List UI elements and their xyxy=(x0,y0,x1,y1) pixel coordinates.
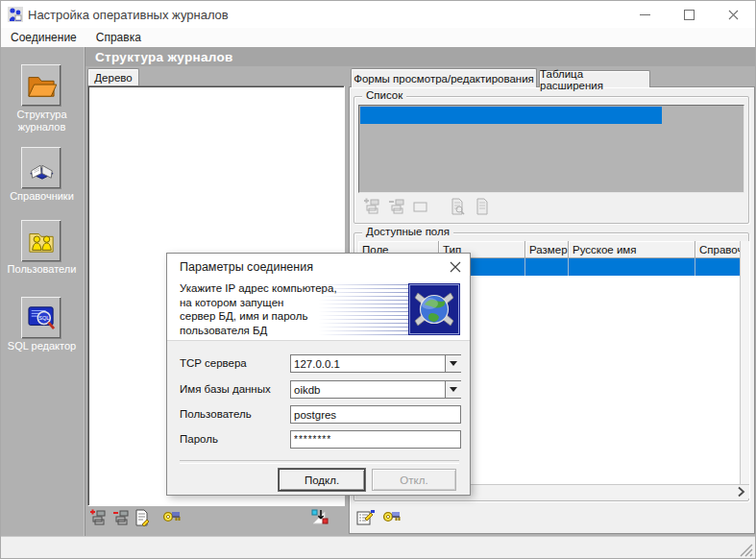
dialog-separator xyxy=(180,460,459,464)
journal-structure-folder-icon xyxy=(26,72,57,99)
title-bar: Настройка оперативных журналов xyxy=(1,1,755,28)
list-toolbar xyxy=(361,198,492,215)
tab-extension-table[interactable]: Таблица расширения xyxy=(539,70,650,87)
list-preview-button[interactable] xyxy=(448,198,467,215)
tab-extension-table-label: Таблица расширения xyxy=(540,68,649,91)
tab-tree[interactable]: Дерево xyxy=(87,68,139,86)
fields-table-vscrollbar[interactable] xyxy=(740,241,749,484)
chevron-down-icon xyxy=(450,361,457,366)
column-header-rusname[interactable]: Русское имя xyxy=(569,241,695,258)
field-properties-icon xyxy=(356,509,376,526)
menu-help[interactable]: Справка xyxy=(86,28,151,47)
field-key-button[interactable] xyxy=(382,509,402,526)
sidebar-separator xyxy=(84,47,85,536)
sql-editor-icon: SQL xyxy=(26,304,57,331)
sort-order-button[interactable] xyxy=(310,508,329,525)
sidebar-label-references[interactable]: Справочники xyxy=(1,190,83,203)
password-field[interactable] xyxy=(290,430,461,449)
tcp-server-label: TCP сервера xyxy=(180,357,247,369)
dialog-close-icon xyxy=(450,261,461,273)
edit-journal-button[interactable] xyxy=(133,509,152,526)
list-group-label: Список xyxy=(362,89,406,101)
dialog-info-text: Укажите IP адрес компьютера, на котором … xyxy=(180,281,337,337)
globe-icon xyxy=(408,283,460,335)
maximize-button[interactable] xyxy=(667,1,711,28)
password-label: Пароль xyxy=(180,433,218,445)
users-icon xyxy=(26,228,57,255)
list-add-button[interactable] xyxy=(361,198,380,215)
connect-button-label: Подкл. xyxy=(305,474,339,486)
connection-params-dialog: Параметры соединения Укажите IP адрес ко… xyxy=(166,253,471,496)
remove-journal-icon xyxy=(111,509,130,526)
minimize-icon xyxy=(640,14,650,15)
list-add-icon xyxy=(362,198,380,215)
username-field[interactable] xyxy=(290,405,461,424)
tab-view-forms[interactable]: Формы просмотра/редактирования xyxy=(351,68,537,87)
menu-connection[interactable]: Соединение xyxy=(1,28,86,47)
list-remove-icon xyxy=(387,198,405,215)
database-name-combo[interactable] xyxy=(290,380,461,399)
add-journal-button[interactable] xyxy=(87,509,107,526)
field-properties-button[interactable] xyxy=(356,509,376,526)
sidebar-label-journal-structure[interactable]: Структура журналов xyxy=(1,109,83,134)
database-name-label: Имя базы данных xyxy=(180,383,271,395)
sidebar-button-journal-structure[interactable] xyxy=(21,64,61,106)
key-icon xyxy=(162,510,182,525)
column-header-size[interactable]: Размер xyxy=(525,241,569,258)
close-button[interactable] xyxy=(711,1,755,28)
field-key-icon xyxy=(382,510,402,525)
tcp-server-dropdown-button[interactable] xyxy=(445,355,461,372)
app-icon xyxy=(8,7,23,22)
tab-tree-label: Дерево xyxy=(94,72,132,84)
tcp-server-combo[interactable] xyxy=(290,354,461,373)
reference-book-icon xyxy=(26,155,57,182)
list-report-button[interactable] xyxy=(473,198,492,215)
column-header-reference[interactable]: Справочни xyxy=(695,241,740,258)
list-rename-button[interactable] xyxy=(411,198,430,215)
journal-key-button[interactable] xyxy=(162,509,182,526)
connect-button[interactable]: Подкл. xyxy=(279,469,365,491)
dialog-title-bar: Параметры соединения xyxy=(167,254,470,280)
sidebar-button-users[interactable] xyxy=(21,220,61,261)
sidebar-label-users[interactable]: Пользователи xyxy=(1,263,83,276)
close-icon xyxy=(728,10,739,20)
dialog-info-panel: Укажите IP адрес компьютера, на котором … xyxy=(167,280,470,341)
minimize-button[interactable] xyxy=(622,1,667,28)
forms-list[interactable] xyxy=(358,105,744,193)
maximize-icon xyxy=(684,10,695,20)
app-window: { "window": { "title": "Настройка операт… xyxy=(0,0,756,559)
sidebar-button-references[interactable] xyxy=(21,147,61,188)
window-title: Настройка оперативных журналов xyxy=(28,8,229,22)
sidebar-button-sql-editor[interactable]: SQL xyxy=(21,297,61,338)
status-bar xyxy=(1,536,755,559)
disconnect-button[interactable]: Откл. xyxy=(372,469,456,491)
sort-order-icon xyxy=(311,508,329,525)
tab-view-forms-label: Формы просмотра/редактирования xyxy=(354,73,534,85)
chevron-down-icon xyxy=(450,387,457,392)
sidebar-label-sql-editor[interactable]: SQL редактор xyxy=(1,340,83,352)
section-banner: Структура журналов xyxy=(85,47,755,66)
list-selected-row[interactable] xyxy=(360,107,662,124)
username-label: Пользователь xyxy=(180,408,252,420)
database-name-dropdown-button[interactable] xyxy=(445,381,461,398)
remove-journal-button[interactable] xyxy=(110,509,130,526)
fields-group-label: Доступные поля xyxy=(362,226,453,237)
list-preview-icon xyxy=(449,198,466,215)
section-banner-title: Структура журналов xyxy=(95,50,233,64)
edit-journal-icon xyxy=(134,509,151,526)
scroll-right-icon[interactable] xyxy=(734,486,747,498)
list-rename-icon xyxy=(412,198,429,215)
menu-bar: Соединение Справка xyxy=(1,28,755,47)
dialog-close-button[interactable] xyxy=(447,258,464,276)
list-remove-button[interactable] xyxy=(386,198,405,215)
dialog-title: Параметры соединения xyxy=(180,260,313,274)
add-journal-icon xyxy=(88,509,107,526)
list-report-icon xyxy=(474,198,491,215)
svg-text:SQL: SQL xyxy=(38,315,49,321)
resize-grip-icon[interactable] xyxy=(740,544,753,557)
disconnect-button-label: Откл. xyxy=(400,474,427,486)
